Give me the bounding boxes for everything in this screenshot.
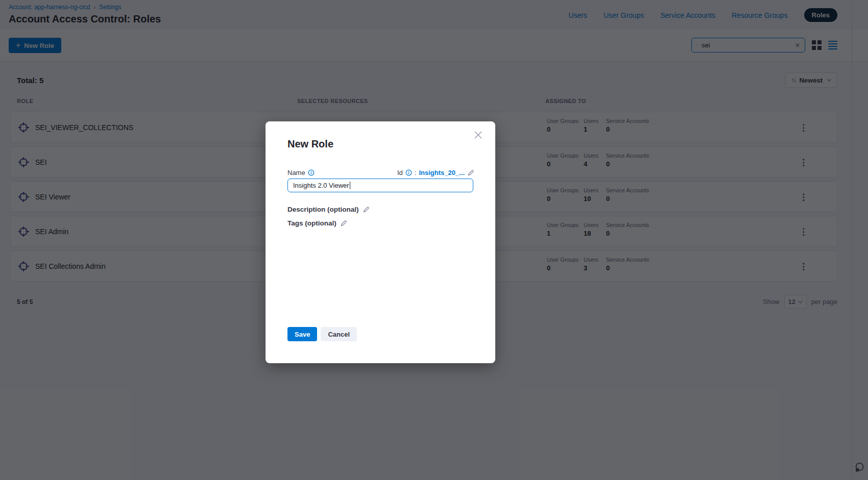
- edit-pencil-icon[interactable]: [340, 220, 347, 227]
- tags-toggle[interactable]: Tags (optional): [287, 219, 347, 227]
- id-separator: :: [415, 169, 417, 176]
- edit-pencil-icon[interactable]: [467, 169, 474, 176]
- id-label: Id: [397, 169, 403, 176]
- close-icon[interactable]: [472, 129, 484, 141]
- text-caret: [350, 182, 350, 189]
- new-role-modal: New Role Name Id : Insights_20_... I: [266, 121, 495, 363]
- description-label: Description (optional): [287, 206, 359, 213]
- info-icon: [308, 169, 315, 176]
- id-group: Id : Insights_20_...: [397, 169, 474, 176]
- info-icon: [405, 169, 412, 176]
- role-name-value: Insights 2.0 Viewer: [293, 182, 349, 189]
- name-label: Name: [287, 169, 315, 176]
- id-value-link[interactable]: Insights_20_...: [419, 169, 465, 176]
- tags-label: Tags (optional): [287, 219, 336, 227]
- cancel-button[interactable]: Cancel: [321, 327, 357, 341]
- modal-title: New Role: [287, 138, 333, 150]
- description-toggle[interactable]: Description (optional): [287, 206, 370, 213]
- role-name-input[interactable]: Insights 2.0 Viewer: [287, 179, 473, 192]
- name-label-text: Name: [287, 169, 305, 176]
- save-button[interactable]: Save: [287, 327, 317, 341]
- edit-pencil-icon[interactable]: [363, 206, 370, 213]
